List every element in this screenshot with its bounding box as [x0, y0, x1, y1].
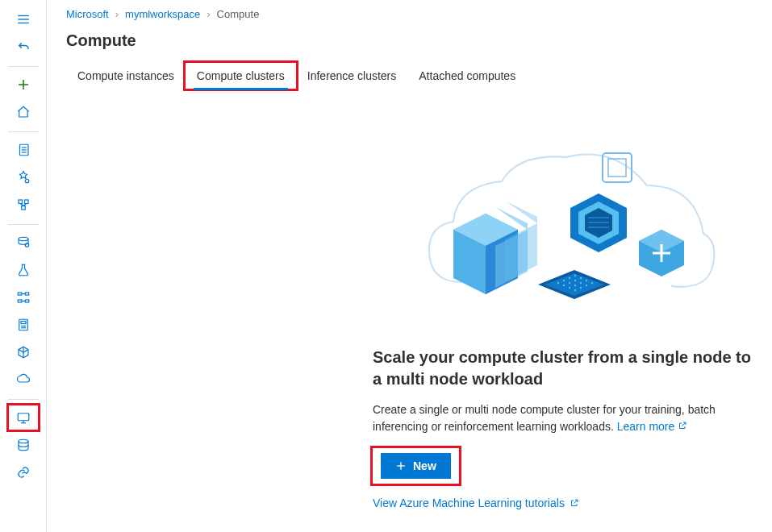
external-link-icon	[678, 421, 687, 430]
sidebar-divider	[8, 399, 39, 400]
empty-state-description: Create a single or multi node compute cl…	[373, 401, 753, 435]
svg-point-15	[19, 237, 28, 241]
sidebar	[0, 0, 47, 532]
breadcrumb-current: Compute	[217, 8, 260, 20]
datastores-icon[interactable]	[8, 432, 39, 458]
hamburger-icon[interactable]	[8, 6, 39, 32]
svg-point-9	[25, 179, 29, 183]
svg-point-48	[569, 277, 570, 279]
svg-rect-18	[25, 293, 29, 295]
svg-point-55	[574, 285, 576, 286]
svg-rect-19	[18, 300, 22, 302]
sidebar-divider	[8, 224, 39, 225]
svg-point-47	[563, 280, 565, 281]
endpoints-icon[interactable]	[8, 339, 39, 365]
svg-point-56	[580, 282, 582, 284]
breadcrumb-workspace[interactable]: mymlworkspace	[125, 8, 200, 20]
pipelines-icon[interactable]	[8, 285, 39, 310]
tutorials-link[interactable]: View Azure Machine Learning tutorials	[373, 497, 579, 509]
breadcrumb-org[interactable]: Microsoft	[66, 8, 109, 20]
svg-point-61	[591, 282, 593, 284]
svg-point-46	[557, 282, 559, 284]
svg-point-50	[563, 285, 565, 286]
back-icon[interactable]	[8, 34, 39, 60]
datasets-icon[interactable]	[8, 230, 39, 256]
sidebar-divider	[8, 66, 39, 67]
learn-more-link[interactable]: Learn more	[617, 420, 687, 433]
sidebar-divider	[8, 131, 39, 132]
svg-rect-24	[21, 322, 26, 324]
svg-rect-17	[18, 293, 22, 295]
new-button-label: New	[413, 459, 436, 472]
designer-icon[interactable]	[8, 192, 39, 218]
experiments-icon[interactable]	[8, 257, 39, 283]
tabs: Compute instances Compute clusters Infer…	[47, 63, 772, 89]
svg-rect-11	[24, 200, 28, 204]
notebooks-icon[interactable]	[8, 137, 39, 163]
svg-point-59	[580, 287, 582, 289]
new-icon[interactable]	[8, 72, 39, 98]
svg-rect-20	[25, 300, 29, 302]
external-link-icon	[570, 498, 579, 508]
chevron-right-icon: ›	[207, 8, 210, 20]
empty-state: Scale your compute cluster from a single…	[47, 89, 772, 532]
svg-point-57	[586, 280, 587, 281]
home-icon[interactable]	[8, 99, 39, 125]
svg-rect-12	[21, 206, 25, 210]
main-content: Microsoft › mymlworkspace › Compute Comp…	[47, 0, 772, 532]
new-button-highlight: New	[373, 448, 459, 484]
svg-point-30	[19, 439, 28, 443]
svg-rect-10	[19, 200, 23, 204]
svg-point-51	[569, 282, 570, 284]
tab-inference-clusters[interactable]: Inference clusters	[296, 63, 408, 89]
breadcrumb: Microsoft › mymlworkspace › Compute	[47, 0, 772, 23]
tab-compute-instances[interactable]: Compute instances	[66, 63, 186, 89]
page-title: Compute	[47, 23, 772, 63]
tab-attached-computes[interactable]: Attached computes	[407, 63, 527, 89]
svg-marker-37	[505, 201, 537, 281]
svg-point-54	[569, 287, 570, 289]
new-button[interactable]: New	[381, 453, 451, 479]
models-icon[interactable]	[8, 312, 39, 338]
empty-state-title: Scale your compute cluster from a single…	[373, 347, 753, 390]
svg-point-49	[574, 275, 576, 276]
environments-icon[interactable]	[8, 367, 39, 393]
svg-point-58	[574, 289, 576, 291]
compute-icon[interactable]	[8, 405, 39, 430]
svg-marker-45	[545, 273, 604, 296]
chevron-right-icon: ›	[115, 8, 119, 20]
automl-icon[interactable]	[8, 164, 39, 190]
svg-point-60	[586, 285, 587, 286]
svg-rect-27	[18, 414, 29, 421]
svg-point-52	[574, 280, 576, 281]
linked-services-icon[interactable]	[8, 459, 39, 485]
svg-point-53	[580, 277, 582, 279]
tab-compute-clusters[interactable]: Compute clusters	[186, 63, 296, 89]
plus-icon	[395, 460, 407, 472]
cloud-illustration	[373, 121, 728, 330]
